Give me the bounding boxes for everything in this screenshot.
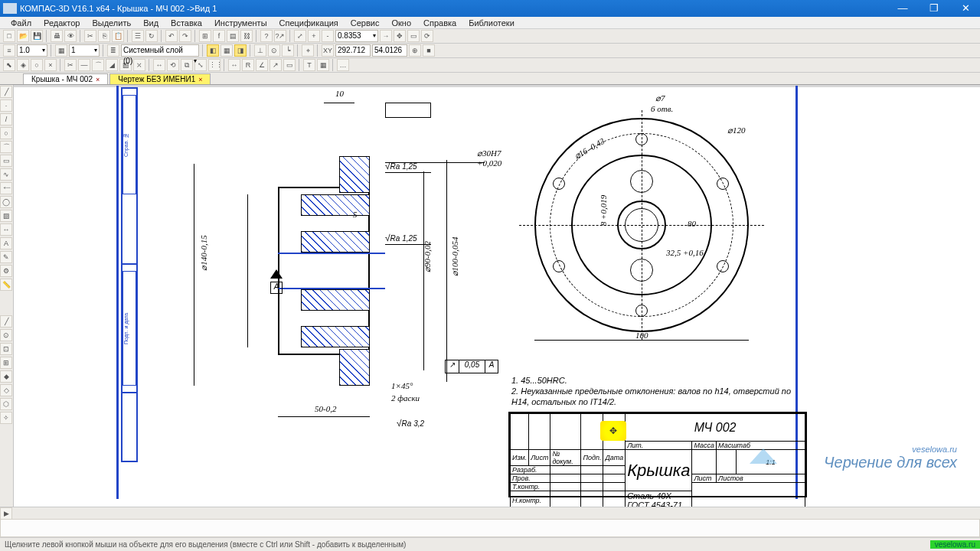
highlight-b-button[interactable]: ◨ — [234, 44, 247, 57]
move-button[interactable]: ↔ — [153, 59, 165, 71]
drawing-canvas[interactable]: Справ. № Подп. и дата 10 — [14, 87, 980, 507]
layer-combo[interactable]: Системный слой (0) — [121, 44, 199, 57]
save-button[interactable]: 💾 — [31, 30, 43, 42]
dim-rad-button[interactable]: R — [242, 59, 254, 71]
array-button[interactable]: ⋮⋮ — [208, 59, 220, 71]
snap-mid-button[interactable]: ◈ — [17, 59, 29, 71]
ortho-button[interactable]: ⊥ — [254, 44, 266, 57]
trim-button[interactable]: ✂ — [64, 59, 77, 71]
menu-view[interactable]: Вид — [137, 18, 165, 28]
seg-a[interactable]: ╱ — [0, 315, 12, 328]
close-button[interactable]: ✕ — [951, 0, 980, 17]
snap-end-button[interactable]: ⬉ — [3, 59, 15, 71]
print-button[interactable]: 🖶 — [51, 30, 63, 42]
new-button[interactable]: □ — [3, 30, 15, 42]
seg-f[interactable]: ◇ — [0, 384, 12, 396]
menu-tools[interactable]: Инструменты — [208, 18, 273, 28]
pick-point-button[interactable]: ⊕ — [409, 44, 421, 57]
doc-tab-1-close[interactable]: × — [198, 76, 202, 83]
menu-help[interactable]: Справка — [417, 18, 462, 28]
vars-button[interactable]: f — [213, 30, 225, 42]
lineweight-combo[interactable]: 1.0 — [17, 44, 47, 57]
paste-button[interactable]: 📋 — [112, 30, 124, 42]
dim-lin-button[interactable]: ↔ — [228, 59, 240, 71]
menu-libs[interactable]: Библиотеки — [462, 18, 521, 28]
line-button[interactable]: / — [0, 113, 12, 126]
seg-b[interactable]: ⊙ — [0, 329, 12, 341]
rebuild-button[interactable]: ↻ — [145, 30, 158, 42]
hatch2-button[interactable]: ▨ — [0, 210, 12, 222]
grid-button[interactable]: ▦ — [220, 44, 233, 57]
menu-select[interactable]: Выделить — [86, 18, 137, 28]
seg-g[interactable]: ⬡ — [0, 398, 12, 410]
open-button[interactable]: 📂 — [17, 30, 29, 42]
tolerance-button[interactable]: ▭ — [283, 59, 296, 71]
maximize-button[interactable]: ❐ — [920, 0, 949, 17]
view-combo[interactable]: 1 — [69, 44, 100, 57]
cut-button[interactable]: ✂ — [84, 30, 96, 42]
preview-button[interactable]: 👁 — [64, 30, 77, 42]
layer-ico[interactable]: ≣ — [107, 44, 119, 57]
ellipse-button[interactable]: ◯ — [0, 196, 12, 208]
break-button[interactable]: ⤫ — [133, 59, 145, 71]
rotate-button[interactable]: ⟲ — [167, 59, 179, 71]
snap-toggle-button[interactable]: ⌖ — [302, 44, 314, 57]
props-button[interactable]: ☰ — [132, 30, 144, 42]
doc-tab-0-close[interactable]: × — [96, 76, 100, 83]
menu-service[interactable]: Сервис — [345, 18, 386, 28]
pan-button[interactable]: ✥ — [394, 30, 406, 42]
point-button[interactable]: · — [0, 99, 12, 112]
whats-this-button[interactable]: ?↗ — [274, 30, 286, 42]
seg-e[interactable]: ◆ — [0, 370, 12, 383]
view-ico[interactable]: ▦ — [55, 44, 67, 57]
rect-button[interactable]: ▭ — [0, 155, 12, 167]
text2-button[interactable]: A — [0, 237, 12, 249]
zoom-win-button[interactable]: ▭ — [407, 30, 420, 42]
hyper-button[interactable]: ⛓ — [240, 30, 253, 42]
measure-group[interactable]: 📏 — [0, 279, 12, 291]
dim-group[interactable]: ↔ — [0, 223, 12, 236]
copy-button[interactable]: ⎘ — [98, 30, 110, 42]
leader-button[interactable]: ↗ — [270, 59, 282, 71]
text-button[interactable]: T — [303, 59, 315, 71]
edit-group[interactable]: ✎ — [0, 251, 12, 263]
help-button[interactable]: ? — [260, 30, 273, 42]
local-cs-button[interactable]: ┕ — [282, 44, 294, 57]
geom-group[interactable]: ╱ — [0, 86, 12, 98]
minimize-button[interactable]: — — [888, 0, 917, 17]
highlight-a-button[interactable]: ◧ — [207, 44, 219, 57]
zoom-fit-button[interactable]: ⤢ — [294, 30, 306, 42]
menu-file[interactable]: Файл — [5, 18, 38, 28]
style-button[interactable]: ≡ — [3, 44, 15, 57]
arc-button[interactable]: ⌒ — [0, 141, 12, 153]
snap-center-button[interactable]: ○ — [31, 59, 43, 71]
redo-button[interactable]: ↷ — [179, 30, 191, 42]
tree-button[interactable]: ▤ — [227, 30, 239, 42]
seg-h[interactable]: ✧ — [0, 412, 12, 424]
dim-ang-button[interactable]: ∠ — [256, 59, 268, 71]
zoom-combo[interactable]: 0.8353 — [335, 30, 378, 42]
undo-button[interactable]: ↶ — [165, 30, 178, 42]
zoom-in-button[interactable]: + — [308, 30, 320, 42]
polyline-button[interactable]: ⬳ — [0, 182, 12, 194]
fillet-button[interactable]: ⌒ — [92, 59, 104, 71]
spline-button[interactable]: ∿ — [0, 168, 12, 181]
doc-tab-0[interactable]: Крышка - МЧ 002 × — [23, 73, 108, 84]
coord-x-field[interactable]: 292.712 — [335, 44, 371, 57]
lib-button[interactable]: ⊞ — [199, 30, 211, 42]
menu-spec[interactable]: Спецификация — [273, 18, 345, 28]
snap-int-button[interactable]: × — [44, 59, 57, 71]
prop-arrow-icon[interactable]: ▶ — [0, 507, 12, 520]
menu-edit[interactable]: Редактор — [38, 18, 86, 28]
doc-tab-1[interactable]: Чертеж БЕЗ ИМЕНИ1 × — [109, 73, 211, 84]
snap-round-button[interactable]: ⊙ — [268, 44, 280, 57]
coord-y-field[interactable]: 54.0126 — [372, 44, 407, 57]
stop-button[interactable]: ■ — [423, 44, 435, 57]
extend-button[interactable]: — — [78, 59, 90, 71]
menu-insert[interactable]: Вставка — [165, 18, 208, 28]
zoom-next-button[interactable]: → — [380, 30, 392, 42]
seg-c[interactable]: ⊡ — [0, 343, 12, 355]
chamfer-button[interactable]: ◢ — [106, 59, 118, 71]
circle-button[interactable]: ○ — [0, 127, 12, 139]
refresh-button[interactable]: ⟳ — [421, 30, 433, 42]
